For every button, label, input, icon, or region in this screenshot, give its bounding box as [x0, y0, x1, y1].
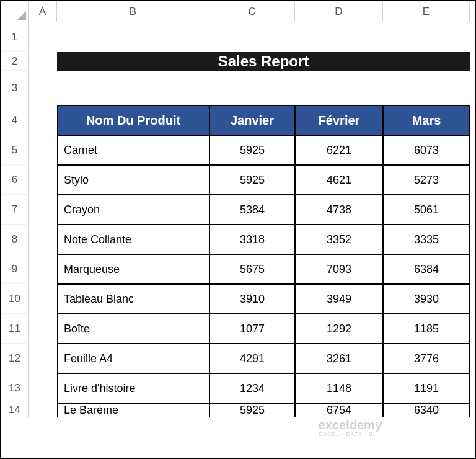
cell-a2[interactable]: [29, 52, 57, 71]
cell-m3[interactable]: 6073: [383, 135, 470, 165]
cell-m2[interactable]: 4621: [295, 165, 383, 195]
cell-product[interactable]: Feuille A4: [57, 344, 209, 373]
row-header-13[interactable]: 13: [1, 373, 29, 403]
watermark: exceldemy EXCEL · DATA · BI: [319, 418, 382, 438]
cell-m1[interactable]: 5925: [209, 403, 295, 417]
cell-b1[interactable]: [57, 22, 209, 52]
cell-m3[interactable]: 1191: [383, 373, 470, 403]
cell-e1[interactable]: [383, 22, 470, 52]
cell-a13[interactable]: [29, 373, 57, 403]
cell-product[interactable]: Carnet: [57, 135, 209, 165]
header-month3[interactable]: Mars: [383, 105, 470, 135]
col-header-b[interactable]: B: [57, 1, 209, 22]
cell-m3[interactable]: 1185: [383, 314, 470, 344]
cell-m2[interactable]: 6221: [295, 135, 383, 165]
row-header-9[interactable]: 9: [1, 254, 29, 284]
cell-m1[interactable]: 4291: [209, 344, 295, 373]
row-header-14[interactable]: 14: [1, 403, 29, 417]
cell-m2[interactable]: 1148: [295, 373, 383, 403]
cell-a14[interactable]: [29, 403, 57, 417]
watermark-sub: EXCEL · DATA · BI: [319, 432, 382, 438]
cell-m2[interactable]: 3352: [295, 225, 383, 254]
col-header-c[interactable]: C: [209, 1, 295, 22]
cell-product[interactable]: Boîte: [57, 314, 209, 344]
header-month2[interactable]: Février: [295, 105, 383, 135]
cell-m1[interactable]: 5675: [209, 254, 295, 284]
cell-m1[interactable]: 1234: [209, 373, 295, 403]
row-header-7[interactable]: 7: [1, 195, 29, 225]
row-header-8[interactable]: 8: [1, 225, 29, 254]
cell-m2[interactable]: 3261: [295, 344, 383, 373]
col-header-a[interactable]: A: [29, 1, 57, 22]
cell-m2[interactable]: 7093: [295, 254, 383, 284]
cell-a4[interactable]: [29, 105, 57, 135]
row-header-3[interactable]: 3: [1, 71, 29, 105]
cell-c3[interactable]: [209, 71, 295, 105]
cell-m3[interactable]: 3335: [383, 225, 470, 254]
cell-a11[interactable]: [29, 314, 57, 344]
select-all-corner[interactable]: [1, 1, 29, 22]
cell-m3[interactable]: 3930: [383, 284, 470, 314]
cell-m2[interactable]: 4738: [295, 195, 383, 225]
cell-a5[interactable]: [29, 135, 57, 165]
cell-a3[interactable]: [29, 71, 57, 105]
cell-m1[interactable]: 1077: [209, 314, 295, 344]
cell-c1[interactable]: [209, 22, 295, 52]
row-header-5[interactable]: 5: [1, 135, 29, 165]
row-header-11[interactable]: 11: [1, 314, 29, 344]
cell-m3[interactable]: 3776: [383, 344, 470, 373]
cell-e3[interactable]: [383, 71, 470, 105]
title-bar[interactable]: Sales Report: [57, 52, 470, 71]
cell-m2[interactable]: 3949: [295, 284, 383, 314]
cell-m1[interactable]: 5925: [209, 135, 295, 165]
col-header-e[interactable]: E: [383, 1, 470, 22]
cell-a7[interactable]: [29, 195, 57, 225]
cell-m3[interactable]: 5273: [383, 165, 470, 195]
cell-a8[interactable]: [29, 225, 57, 254]
cell-a10[interactable]: [29, 284, 57, 314]
cell-m2[interactable]: 6754: [295, 403, 383, 417]
cell-d1[interactable]: [295, 22, 383, 52]
cell-a9[interactable]: [29, 254, 57, 284]
cell-a1[interactable]: [29, 22, 57, 52]
row-header-6[interactable]: 6: [1, 165, 29, 195]
header-product[interactable]: Nom Du Produit: [57, 105, 209, 135]
cell-m2[interactable]: 1292: [295, 314, 383, 344]
row-header-1[interactable]: 1: [1, 22, 29, 52]
row-header-10[interactable]: 10: [1, 284, 29, 314]
cell-product[interactable]: Tableau Blanc: [57, 284, 209, 314]
cell-product[interactable]: Livre d'histoire: [57, 373, 209, 403]
cell-a6[interactable]: [29, 165, 57, 195]
row-header-12[interactable]: 12: [1, 344, 29, 373]
cell-m3[interactable]: 5061: [383, 195, 470, 225]
cell-m1[interactable]: 3910: [209, 284, 295, 314]
cell-m1[interactable]: 5384: [209, 195, 295, 225]
col-header-d[interactable]: D: [295, 1, 383, 22]
cell-product[interactable]: Marqueuse: [57, 254, 209, 284]
header-month1[interactable]: Janvier: [209, 105, 295, 135]
cell-m1[interactable]: 5925: [209, 165, 295, 195]
cell-m3[interactable]: 6384: [383, 254, 470, 284]
cell-m1[interactable]: 3318: [209, 225, 295, 254]
row-header-2[interactable]: 2: [1, 52, 29, 71]
watermark-brand: exceldemy: [319, 418, 382, 432]
cell-a12[interactable]: [29, 344, 57, 373]
row-header-4[interactable]: 4: [1, 105, 29, 135]
cell-product[interactable]: Stylo: [57, 165, 209, 195]
cell-product[interactable]: Note Collante: [57, 225, 209, 254]
cell-product[interactable]: Crayon: [57, 195, 209, 225]
cell-b3[interactable]: [57, 71, 209, 105]
cell-d3[interactable]: [295, 71, 383, 105]
spreadsheet-grid: A B C D E 1 2 Sales Report 3 4 Nom Du Pr…: [1, 1, 475, 417]
cell-product[interactable]: Le Barème: [57, 403, 209, 417]
cell-m3[interactable]: 6340: [383, 403, 470, 417]
